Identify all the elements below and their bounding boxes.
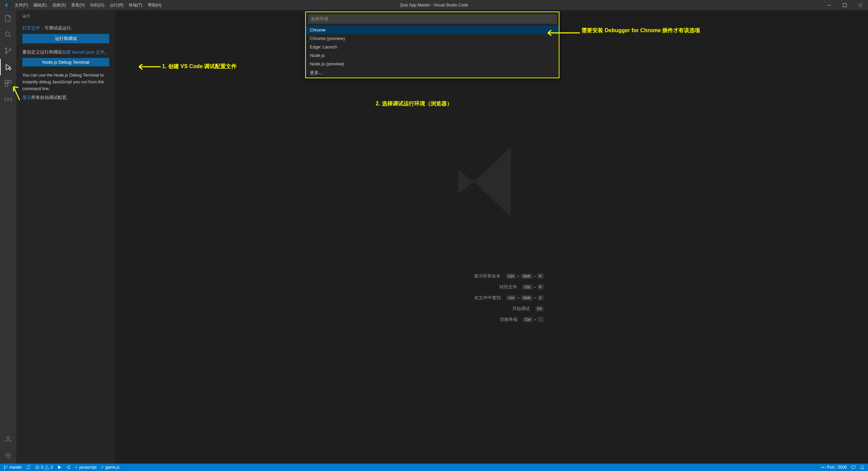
- environment-quickpick: 选择环境 ChromeChrome (preview)Edge: LaunchN…: [305, 12, 559, 78]
- status-eslint-js[interactable]: ✓ javascript: [75, 465, 97, 470]
- plus-separator: +: [534, 296, 536, 300]
- svg-point-3: [5, 48, 7, 49]
- quickpick-item[interactable]: Chrome (preview): [306, 34, 559, 43]
- shortcut-row: 切换终端Ctrl+`: [439, 316, 544, 323]
- show-tail: 所有自动调试配置。: [31, 95, 71, 100]
- menu-run[interactable]: 运行(R): [107, 0, 126, 10]
- plus-separator: +: [534, 285, 536, 289]
- status-debug-start[interactable]: [57, 465, 62, 470]
- status-problems[interactable]: 0 0: [35, 465, 53, 470]
- activity-scm[interactable]: [0, 43, 16, 59]
- key-badge: P: [537, 284, 544, 290]
- shortcut-row: 显示所有命令Ctrl+Shift+P: [439, 273, 544, 279]
- svg-point-18: [69, 466, 70, 467]
- svg-point-15: [6, 466, 7, 467]
- activity-bar: [0, 10, 16, 464]
- svg-point-17: [67, 467, 68, 468]
- vscode-watermark-icon: [448, 138, 536, 227]
- shortcut-label: 在文件中查找: [440, 295, 501, 301]
- status-eslint-file[interactable]: ✓ game.js: [101, 465, 120, 470]
- check-icon: ✓: [101, 465, 104, 470]
- menu-terminal[interactable]: 终端(T): [126, 0, 145, 10]
- quickpick-item[interactable]: Chrome: [306, 26, 559, 34]
- node-desc: You can use the Node.js Debug Terminal t…: [22, 72, 109, 92]
- shortcut-row: 转到文件Ctrl+P: [439, 284, 544, 290]
- play-icon: [57, 465, 62, 470]
- shortcut-label: 转到文件: [456, 284, 517, 290]
- shortcut-label: 显示所有命令: [439, 273, 500, 279]
- show-link[interactable]: 显示: [22, 95, 31, 100]
- create-launch-json-link[interactable]: 创建 launch.json 文件: [62, 49, 104, 55]
- quickpick-item[interactable]: Edge: Launch: [306, 43, 559, 51]
- plus-separator: +: [534, 274, 536, 278]
- minimize-button[interactable]: [821, 0, 837, 10]
- svg-point-5: [9, 49, 11, 50]
- status-branch[interactable]: master: [3, 465, 22, 470]
- quickpick-input[interactable]: 选择环境: [308, 14, 557, 24]
- branch-name: master: [9, 465, 22, 470]
- activity-liveserver[interactable]: [0, 91, 16, 108]
- run-and-debug-button[interactable]: 运行和调试: [22, 34, 109, 43]
- plus-separator: +: [517, 274, 519, 278]
- activity-accounts[interactable]: [0, 431, 16, 447]
- key-badge: Ctrl: [506, 273, 516, 279]
- menu-edit[interactable]: 编辑(E): [31, 0, 50, 10]
- status-feedback[interactable]: [851, 465, 856, 470]
- plus-separator: +: [517, 296, 519, 300]
- menu-help[interactable]: 帮助(H): [145, 0, 164, 10]
- shortcut-keys: Ctrl+P: [522, 284, 544, 290]
- broadcast-icon: [821, 465, 826, 470]
- svg-point-13: [4, 465, 5, 466]
- menu-file[interactable]: 文件(F): [12, 0, 31, 10]
- menu-go[interactable]: 转到(G): [87, 0, 107, 10]
- node-debug-terminal-button[interactable]: Node.js Debug Terminal: [22, 58, 109, 66]
- menu-view[interactable]: 查看(V): [68, 0, 87, 10]
- open-file-link[interactable]: 打开文件: [22, 25, 40, 30]
- title-bar: 文件(F) 编辑(E) 选择(S) 查看(V) 转到(G) 运行(R) 终端(T…: [0, 0, 868, 10]
- quickpick-item[interactable]: Node.js (preview): [306, 60, 559, 68]
- error-count: 0: [41, 465, 43, 470]
- shortcut-row: 开始调试F5: [439, 306, 544, 312]
- key-badge: Shift: [521, 273, 532, 279]
- activity-settings[interactable]: [0, 447, 16, 464]
- shortcut-keys: F5: [535, 306, 544, 311]
- extensions-icon: [4, 79, 12, 87]
- shortcut-keys: Ctrl+Shift+F: [506, 295, 544, 301]
- activity-explorer[interactable]: [0, 10, 16, 26]
- activity-extensions[interactable]: [0, 75, 16, 91]
- status-live-server[interactable]: Port : 5500: [821, 465, 847, 470]
- branch-icon: [3, 465, 8, 470]
- svg-point-2: [5, 32, 9, 36]
- error-icon: [35, 465, 40, 470]
- quickpick-item[interactable]: Node.js: [306, 51, 559, 60]
- quickpick-item[interactable]: 更多...: [306, 68, 559, 78]
- close-button[interactable]: [852, 0, 868, 10]
- vscode-icon: [0, 0, 12, 10]
- svg-point-19: [69, 468, 70, 469]
- svg-rect-7: [5, 80, 8, 83]
- key-badge: F: [537, 295, 544, 301]
- activity-run-debug[interactable]: [0, 59, 16, 75]
- sync-icon: [26, 465, 31, 470]
- account-icon: [4, 435, 12, 443]
- sidebar-title: 运行: [22, 14, 109, 19]
- status-live-share[interactable]: [66, 465, 71, 470]
- open-file-line: 打开文件，可调试或运行。: [22, 25, 109, 32]
- key-badge: Ctrl: [523, 317, 533, 322]
- key-badge: `: [538, 317, 544, 322]
- activity-search[interactable]: [0, 26, 16, 43]
- menu-selection[interactable]: 选择(S): [50, 0, 68, 10]
- shortcut-keys: Ctrl+`: [523, 317, 544, 322]
- show-line: 显示所有自动调试配置。: [22, 94, 109, 101]
- custom-prefix: 要自定义运行和调试: [22, 49, 62, 55]
- branch-icon: [4, 47, 12, 55]
- status-sync[interactable]: [26, 465, 31, 470]
- svg-point-6: [9, 68, 11, 70]
- open-file-tail: ，可调试或运行。: [40, 25, 75, 30]
- status-bell[interactable]: [860, 465, 865, 470]
- bell-icon: [860, 465, 865, 470]
- gear-icon: [4, 451, 12, 459]
- search-icon: [4, 30, 12, 39]
- plus-separator: +: [534, 318, 536, 322]
- maximize-button[interactable]: [837, 0, 852, 10]
